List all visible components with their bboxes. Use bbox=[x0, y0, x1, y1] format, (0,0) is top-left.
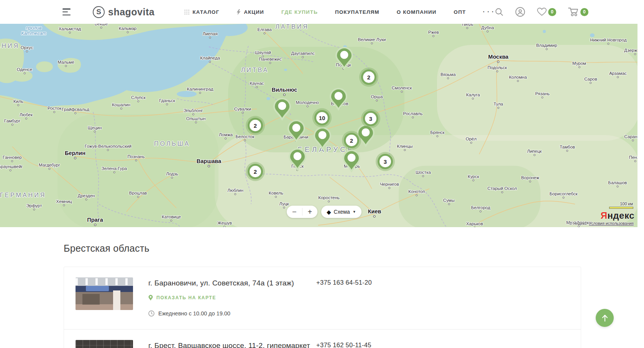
map-pin-marker[interactable] bbox=[330, 87, 347, 112]
copyright-text: © Яндекс bbox=[569, 221, 586, 226]
map-pin-icon bbox=[148, 295, 153, 301]
heart-icon bbox=[537, 7, 547, 16]
search-icon bbox=[495, 7, 504, 16]
zoom-out-button[interactable]: − bbox=[287, 206, 302, 218]
grid-icon bbox=[184, 10, 189, 15]
store-item: г. Барановичи, ул. Советская, 74а (1 эта… bbox=[64, 267, 581, 329]
nav-label: АКЦИИ bbox=[244, 9, 264, 15]
terms-of-use-link[interactable]: Условия использования bbox=[589, 221, 634, 226]
show-on-map-label: ПОКАЗАТЬ НА КАРТЕ bbox=[156, 295, 216, 300]
layers-icon: ◆ bbox=[327, 209, 331, 215]
map-attribution: © ЯндексУсловия использования bbox=[569, 221, 634, 226]
more-dots-icon: • • • bbox=[483, 10, 494, 14]
store-phone[interactable]: +375 162 50-11-45 bbox=[316, 340, 569, 348]
layer-label: Схема bbox=[334, 209, 350, 215]
yandex-logo-ya: Я bbox=[601, 210, 608, 221]
logo[interactable]: S shagovita bbox=[93, 6, 154, 18]
nav-label: ГДЕ КУПИТЬ bbox=[281, 9, 318, 15]
yandex-logo[interactable]: Яндекс bbox=[601, 210, 634, 221]
map-pin-marker[interactable] bbox=[314, 127, 331, 151]
stores-section: Брестская область г. Барановичи, ул. Сов… bbox=[0, 243, 637, 348]
nav-item-customers[interactable]: ПОКУПАТЕЛЯМ bbox=[335, 9, 380, 15]
bolt-icon bbox=[237, 9, 241, 15]
nav-label: ПОКУПАТЕЛЯМ bbox=[335, 9, 380, 15]
map-pin-marker[interactable] bbox=[335, 46, 353, 71]
account-button[interactable] bbox=[515, 7, 525, 17]
map-scale: 100 км bbox=[609, 201, 633, 209]
header-icons: 0 0 bbox=[495, 7, 588, 17]
map-pin-marker[interactable] bbox=[343, 149, 360, 174]
cart-count-badge: 0 bbox=[580, 8, 588, 16]
map-cluster-marker[interactable]: 3 bbox=[378, 154, 393, 169]
region-heading: Брестская область bbox=[64, 243, 637, 254]
cart-icon bbox=[568, 7, 579, 17]
search-button[interactable] bbox=[495, 7, 504, 16]
clock-icon bbox=[148, 310, 154, 317]
store-phone[interactable]: +375 163 64-51-20 bbox=[316, 277, 569, 317]
yandex-logo-rest: ндекс bbox=[607, 210, 634, 221]
map-cluster-marker[interactable]: 2 bbox=[361, 69, 376, 85]
chevron-down-icon: ▼ bbox=[353, 210, 356, 214]
scale-label: 100 км bbox=[609, 201, 633, 206]
store-photo: S bbox=[76, 340, 133, 348]
nav-label: ОПТ bbox=[454, 9, 466, 15]
map-cluster-marker[interactable]: 2 bbox=[248, 164, 263, 179]
wishlist-button[interactable]: 0 bbox=[537, 7, 556, 16]
store-address: г. Брест, Варшавское шоссе, 11-2, гиперм… bbox=[148, 341, 313, 348]
map-cluster-marker[interactable]: 2 bbox=[344, 133, 359, 148]
stores-list: г. Барановичи, ул. Советская, 74а (1 эта… bbox=[64, 267, 581, 348]
store-address: г. Барановичи, ул. Советская, 74а (1 эта… bbox=[148, 278, 313, 288]
nav-label: КАТАЛОГ bbox=[192, 9, 219, 15]
account-icon bbox=[515, 7, 525, 17]
zoom-control: − + bbox=[287, 206, 317, 218]
map-pin-marker[interactable] bbox=[273, 97, 291, 122]
wishlist-count-badge: 0 bbox=[548, 8, 556, 16]
nav-item-catalog[interactable]: КАТАЛОГ bbox=[184, 9, 219, 15]
yandex-map[interactable]: ДАНИЯЛИТВАЛАТВИЯПОЛЬШАБЕЛАРУСЬГЕРМАНИЯпр… bbox=[0, 24, 637, 227]
map-cluster-marker[interactable]: 10 bbox=[314, 110, 330, 125]
map-controls: − + ◆ Схема ▼ bbox=[287, 206, 361, 218]
map-pin-marker[interactable] bbox=[288, 119, 305, 144]
logo-text: shagovita bbox=[108, 7, 154, 18]
nav-item-where-to-buy[interactable]: ГДЕ КУПИТЬ bbox=[281, 9, 318, 15]
arrow-up-icon bbox=[601, 314, 608, 322]
store-hours-text: Ежедневно с 10.00 до 19.00 bbox=[158, 310, 230, 317]
main-nav: КАТАЛОГ АКЦИИ ГДЕ КУПИТЬ ПОКУПАТЕЛЯМ О К… bbox=[184, 9, 495, 15]
map-geography bbox=[0, 24, 637, 227]
header: S shagovita КАТАЛОГ АКЦИИ ГДЕ КУПИТЬ ПОК… bbox=[0, 0, 637, 24]
show-on-map-link[interactable]: ПОКАЗАТЬ НА КАРТЕ bbox=[148, 295, 216, 301]
map-pin-marker[interactable] bbox=[357, 124, 375, 148]
map-cluster-marker[interactable]: 2 bbox=[248, 118, 263, 133]
logo-s-icon: S bbox=[93, 6, 105, 18]
scroll-to-top-button[interactable] bbox=[596, 309, 614, 327]
nav-item-promos[interactable]: АКЦИИ bbox=[237, 9, 264, 15]
store-item: S г. Брест, Варшавское шоссе, 11-2, гипе… bbox=[64, 329, 581, 348]
layer-select-button[interactable]: ◆ Схема ▼ bbox=[321, 206, 361, 218]
scale-bar bbox=[609, 207, 633, 209]
nav-item-wholesale[interactable]: ОПТ bbox=[454, 9, 466, 15]
nav-more-button[interactable]: • • • bbox=[483, 10, 494, 14]
store-hours: Ежедневно с 10.00 до 19.00 bbox=[148, 310, 313, 317]
nav-item-about[interactable]: О КОМПАНИИ bbox=[397, 9, 437, 15]
store-photo bbox=[76, 277, 133, 310]
zoom-in-button[interactable]: + bbox=[302, 206, 318, 218]
page: S shagovita КАТАЛОГ АКЦИИ ГДЕ КУПИТЬ ПОК… bbox=[0, 0, 637, 348]
map-cluster-marker[interactable]: 3 bbox=[363, 111, 378, 126]
nav-label: О КОМПАНИИ bbox=[397, 9, 437, 15]
map-pin-marker[interactable] bbox=[289, 148, 306, 172]
menu-burger-button[interactable] bbox=[62, 8, 71, 15]
cart-button[interactable]: 0 bbox=[568, 7, 588, 17]
